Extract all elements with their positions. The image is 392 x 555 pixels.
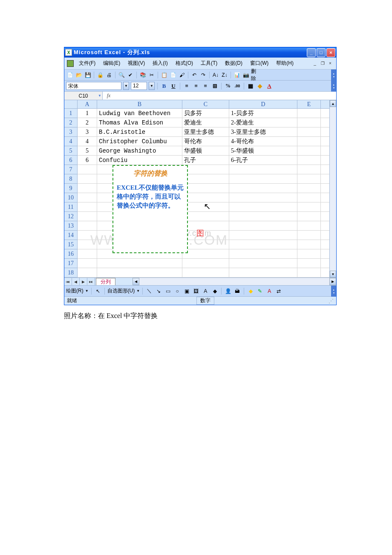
row-header[interactable]: 5 (64, 146, 77, 156)
new-icon[interactable]: 📄 (66, 71, 74, 79)
cell[interactable]: 哥伦布 (182, 137, 229, 146)
font-color-icon[interactable]: A (265, 287, 273, 295)
tab-first-icon[interactable]: ⏮ (64, 278, 72, 285)
row-header[interactable]: 6 (64, 156, 77, 165)
cut-icon[interactable]: ✂ (148, 71, 156, 79)
cell[interactable]: 2-爱迪生 (229, 118, 297, 127)
research-icon[interactable]: 📚 (139, 71, 147, 79)
textbox-icon[interactable]: ▣ (183, 287, 190, 295)
font-size-dropdown-icon[interactable]: ▼ (149, 82, 155, 90)
row-header[interactable]: 17 (64, 259, 77, 268)
cell[interactable]: George Washingto (97, 146, 182, 155)
row-header[interactable]: 11 (64, 202, 77, 212)
row-header[interactable]: 3 (64, 127, 77, 137)
cell[interactable]: 1 (78, 109, 97, 118)
cell[interactable]: 5 (78, 146, 97, 155)
tab-next-icon[interactable]: ▶ (80, 278, 87, 285)
menu-view[interactable]: 视图(V) (124, 59, 148, 68)
font-size-input[interactable]: 12 (131, 82, 147, 90)
col-header[interactable]: C (182, 100, 229, 108)
cell[interactable]: Thomas Alva Edison (97, 118, 182, 127)
horizontal-scrollbar[interactable]: ◀ ▶ (133, 278, 336, 285)
name-box-dropdown-icon[interactable]: ▼ (98, 94, 101, 98)
name-box[interactable]: C10 ▼ (64, 92, 103, 100)
cell[interactable]: 6-孔子 (229, 156, 297, 165)
sheet-tab[interactable]: 分列 (96, 278, 115, 285)
align-left-icon[interactable]: ≡ (183, 82, 190, 90)
menu-insert[interactable]: 插入(I) (149, 59, 171, 68)
camera-icon[interactable]: 📷 (242, 71, 250, 79)
select-objects-icon[interactable]: ↖ (94, 287, 102, 295)
scroll-down-icon[interactable]: ▼ (330, 271, 336, 278)
scroll-right-icon[interactable]: ▶ (329, 278, 336, 285)
cell[interactable]: 6 (78, 156, 97, 165)
row-header[interactable]: 10 (64, 193, 77, 202)
arrows-icon[interactable]: ⇄ (275, 287, 282, 295)
scroll-left-icon[interactable]: ◀ (133, 278, 139, 285)
diagram-icon[interactable]: ◆ (211, 287, 219, 295)
row-header[interactable]: 12 (64, 212, 77, 221)
cell[interactable]: 3 (78, 127, 97, 136)
row-header[interactable]: 16 (64, 249, 77, 259)
cell[interactable] (297, 137, 321, 146)
arrow-icon[interactable]: ↘ (155, 287, 162, 295)
cell[interactable]: 4 (78, 137, 97, 146)
sort-desc-icon[interactable]: Z↓ (221, 71, 228, 79)
mdi-restore[interactable]: ❐ (320, 61, 325, 66)
minimize-button[interactable]: _ (307, 48, 316, 57)
undo-icon[interactable]: ↶ (190, 71, 198, 79)
print-icon[interactable]: 🖨 (105, 71, 113, 79)
wordart-icon[interactable]: A (202, 287, 209, 295)
cell[interactable]: 亚里士多德 (182, 127, 229, 136)
cell[interactable] (297, 109, 321, 118)
cell[interactable] (297, 146, 321, 155)
titlebar[interactable]: X Microsoft Excel - 分列.xls _ □ × (64, 47, 336, 58)
menu-help[interactable]: 帮助(H) (273, 59, 297, 68)
format-painter-icon[interactable]: 🖌 (178, 71, 186, 79)
chart-icon[interactable]: 📊 (233, 71, 241, 79)
permissions-icon[interactable]: 🔒 (96, 71, 104, 79)
col-header[interactable]: D (229, 100, 297, 108)
cell[interactable]: 1-贝多芬 (229, 109, 297, 118)
select-all-corner[interactable] (64, 100, 77, 109)
cell[interactable] (297, 118, 321, 127)
vertical-scrollbar[interactable]: ▲ ▼ (329, 100, 336, 278)
row-header[interactable]: 7 (64, 165, 77, 174)
picture-icon[interactable]: 🏔 (233, 287, 241, 295)
row-header[interactable]: 13 (64, 221, 77, 231)
cell[interactable] (297, 156, 321, 165)
insert-picture-icon[interactable]: 🖼 (192, 287, 200, 295)
row-header[interactable]: 1 (64, 109, 77, 118)
draw-toolbar-options-icon[interactable]: ▸▾ (331, 286, 336, 297)
increase-decimal-icon[interactable]: .00 (233, 82, 241, 90)
cell[interactable]: 贝多芬 (182, 109, 229, 118)
tab-last-icon[interactable]: ⏭ (87, 278, 95, 285)
col-header[interactable]: E (297, 100, 321, 108)
paste-icon[interactable]: 📄 (169, 71, 177, 79)
copy-icon[interactable]: 📋 (160, 71, 168, 79)
row-header[interactable]: 15 (64, 240, 77, 249)
font-color-icon[interactable]: A (265, 82, 273, 90)
row-header[interactable]: 4 (64, 137, 77, 146)
row-header[interactable]: 18 (64, 268, 77, 278)
mdi-minimize[interactable]: _ (312, 61, 317, 66)
chevron-down-icon[interactable]: ▼ (85, 289, 89, 293)
tab-prev-icon[interactable]: ◀ (72, 278, 80, 285)
sort-asc-icon[interactable]: A↓ (212, 71, 219, 79)
redo-icon[interactable]: ↷ (199, 71, 207, 79)
print-preview-icon[interactable]: 🔍 (118, 71, 125, 79)
row-header[interactable]: 8 (64, 174, 77, 184)
row-header[interactable]: 14 (64, 231, 77, 240)
row-header[interactable]: 9 (64, 184, 77, 193)
fx-button[interactable]: fx (103, 92, 115, 100)
rectangle-icon[interactable]: ▭ (164, 287, 172, 295)
menu-file[interactable]: 文件(F) (75, 59, 99, 68)
bold-button[interactable]: B (160, 82, 168, 90)
line-color-icon[interactable]: ✎ (256, 287, 264, 295)
merge-center-icon[interactable]: ⊞ (211, 82, 219, 90)
clipart-icon[interactable]: 👤 (224, 287, 232, 295)
resize-grip-icon[interactable]: ⋰ (329, 298, 334, 304)
underline-button[interactable]: U (170, 82, 177, 90)
cell[interactable]: Christopher Columbu (97, 137, 182, 146)
maximize-button[interactable]: □ (317, 48, 326, 57)
